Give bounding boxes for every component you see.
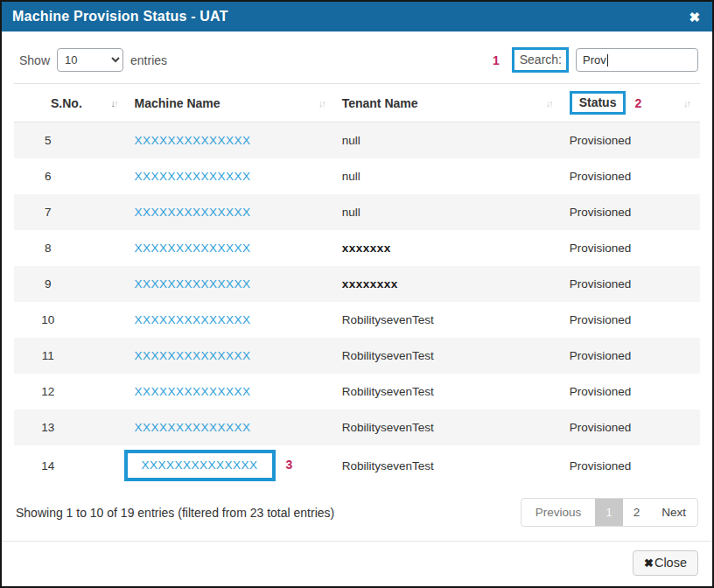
cell-tenant-name: xxxxxxxx (335, 266, 563, 302)
cell-sno: 14 (14, 445, 128, 486)
machine-name-link[interactable]: XXXXXXXXXXXXXX (135, 313, 251, 326)
machine-provision-status-modal: Machine Provision Status - UAT ✖ Show 10… (0, 0, 714, 588)
cell-sno: 9 (14, 266, 128, 302)
table-row: 13XXXXXXXXXXXXXXRobilitysevenTestProvisi… (14, 410, 700, 445)
cell-machine-name: XXXXXXXXXXXXXX (128, 122, 335, 159)
cell-sno: 8 (14, 230, 128, 266)
pagination-previous-button[interactable]: Previous (522, 499, 596, 526)
cell-status: Provisioned (563, 302, 700, 338)
modal-bottom-bar: ✖ Close (2, 541, 712, 586)
table-header-row: S.No.↓↑Machine Name↓↑Tenant Name↓↑Status… (14, 84, 700, 122)
cell-tenant-name: null (335, 194, 563, 230)
column-header-machine-name[interactable]: Machine Name↓↑ (128, 84, 335, 122)
table-row: 8XXXXXXXXXXXXXXxxxxxxxProvisioned (14, 230, 700, 266)
pagination: Previous 12 Next (521, 498, 698, 527)
cell-machine-name: XXXXXXXXXXXXXX3 (128, 445, 335, 486)
table-body: 5XXXXXXXXXXXXXXnullProvisioned6XXXXXXXXX… (14, 122, 700, 486)
modal-close-x-icon[interactable]: ✖ (689, 10, 700, 24)
column-label: Machine Name (135, 96, 220, 110)
cell-sno: 12 (14, 374, 128, 410)
cell-status: Provisioned (563, 445, 700, 486)
text-cursor (607, 54, 608, 66)
cell-status: Provisioned (563, 410, 700, 445)
table-row: 7XXXXXXXXXXXXXXnullProvisioned (14, 194, 700, 230)
table-row: 14XXXXXXXXXXXXXX3RobilitysevenTestProvis… (14, 445, 700, 486)
machine-name-link[interactable]: XXXXXXXXXXXXXX (135, 385, 251, 398)
page-size-select[interactable]: 10 (57, 48, 123, 72)
highlight-box: XXXXXXXXXXXXXX (124, 450, 276, 481)
pagination-next-button[interactable]: Next (650, 499, 697, 526)
sort-icon[interactable]: ↓↑ (683, 98, 693, 108)
close-button-x-icon: ✖ (644, 556, 654, 570)
modal-header: Machine Provision Status - UAT ✖ (2, 2, 712, 32)
table-row: 12XXXXXXXXXXXXXXRobilitysevenTestProvisi… (14, 374, 700, 410)
column-header-status[interactable]: Status2↓↑ (563, 84, 700, 122)
column-label: Status (570, 91, 626, 115)
cell-machine-name: XXXXXXXXXXXXXX (128, 374, 335, 410)
machine-name-link[interactable]: XXXXXXXXXXXXXX (135, 134, 251, 147)
table-controls: Show 10 entries 1 Search: Prov (2, 32, 712, 83)
table-row: 11XXXXXXXXXXXXXXRobilitysevenTestProvisi… (14, 338, 700, 374)
table-row: 6XXXXXXXXXXXXXXnullProvisioned (14, 158, 700, 194)
cell-tenant-name: null (335, 122, 563, 159)
entries-label: entries (130, 53, 167, 67)
cell-status: Provisioned (563, 158, 700, 194)
sort-icon[interactable]: ↓↑ (318, 98, 328, 108)
annotation-2: 2 (634, 96, 641, 110)
column-label: Tenant Name (342, 96, 418, 110)
machine-name-link[interactable]: XXXXXXXXXXXXXX (135, 349, 251, 362)
close-button[interactable]: ✖ Close (633, 550, 698, 576)
table-row: 9XXXXXXXXXXXXXXxxxxxxxxProvisioned (14, 266, 700, 302)
machine-name-link[interactable]: XXXXXXXXXXXXXX (135, 242, 251, 255)
cell-status: Provisioned (563, 374, 700, 410)
cell-tenant-name: RobilitysevenTest (335, 445, 563, 486)
cell-tenant-name: xxxxxxx (335, 230, 563, 266)
cell-tenant-name: null (335, 158, 563, 194)
machine-name-link[interactable]: XXXXXXXXXXXXXX (135, 206, 251, 219)
annotation-3: 3 (286, 458, 293, 472)
cell-machine-name: XXXXXXXXXXXXXX (128, 338, 335, 374)
cell-machine-name: XXXXXXXXXXXXXX (128, 266, 335, 302)
machine-name-link[interactable]: XXXXXXXXXXXXXX (135, 421, 251, 434)
cell-sno: 6 (14, 158, 128, 194)
page-length-control: Show 10 entries (19, 48, 167, 72)
search-label: Search: (512, 47, 569, 73)
cell-status: Provisioned (563, 122, 700, 159)
table-footer: Showing 1 to 10 of 19 entries (filtered … (2, 486, 712, 539)
table-row: 5XXXXXXXXXXXXXXnullProvisioned (14, 122, 700, 159)
column-header-s-no[interactable]: S.No.↓↑ (14, 84, 128, 122)
column-header-tenant-name[interactable]: Tenant Name↓↑ (335, 84, 563, 122)
cell-tenant-name: RobilitysevenTest (335, 338, 563, 374)
cell-machine-name: XXXXXXXXXXXXXX (128, 194, 335, 230)
table-container: S.No.↓↑Machine Name↓↑Tenant Name↓↑Status… (2, 83, 712, 486)
cell-tenant-name: RobilitysevenTest (335, 374, 563, 410)
search-control: 1 Search: Prov (493, 47, 698, 73)
cell-sno: 11 (14, 338, 128, 374)
modal-title: Machine Provision Status - UAT (12, 9, 228, 24)
search-input-value: Prov (583, 53, 606, 66)
cell-machine-name: XXXXXXXXXXXXXX (128, 302, 335, 338)
pagination-page-2[interactable]: 2 (623, 499, 651, 526)
search-input[interactable]: Prov (576, 48, 698, 72)
cell-status: Provisioned (563, 266, 700, 302)
table-row: 10XXXXXXXXXXXXXXRobilitysevenTestProvisi… (14, 302, 700, 338)
cell-sno: 5 (14, 122, 128, 159)
machine-name-link[interactable]: XXXXXXXXXXXXXX (142, 458, 258, 472)
cell-tenant-name: RobilitysevenTest (335, 410, 563, 445)
column-label: S.No. (51, 96, 82, 110)
annotation-1: 1 (493, 53, 500, 67)
pagination-page-1[interactable]: 1 (595, 499, 623, 526)
machine-name-link[interactable]: XXXXXXXXXXXXXX (135, 277, 251, 290)
cell-sno: 10 (14, 302, 128, 338)
pagination-pages: 12 (595, 499, 650, 526)
cell-machine-name: XXXXXXXXXXXXXX (128, 410, 335, 445)
cell-sno: 13 (14, 410, 128, 445)
sort-icon[interactable]: ↓↑ (546, 98, 556, 108)
machine-name-link[interactable]: XXXXXXXXXXXXXX (135, 170, 251, 183)
entries-info: Showing 1 to 10 of 19 entries (filtered … (16, 506, 334, 520)
cell-status: Provisioned (563, 338, 700, 374)
cell-status: Provisioned (563, 194, 700, 230)
cell-sno: 7 (14, 194, 128, 230)
sort-icon[interactable]: ↓↑ (111, 98, 121, 108)
show-label: Show (19, 53, 50, 67)
